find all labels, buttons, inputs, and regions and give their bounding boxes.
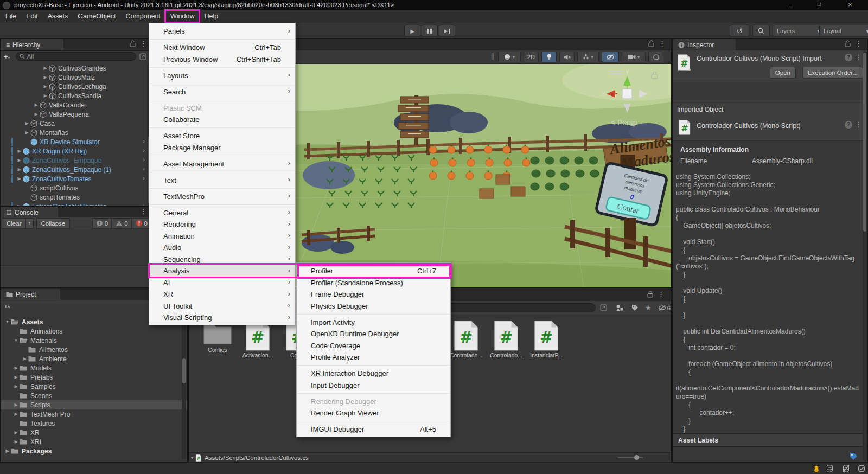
hierarchy-item-cultivossandia[interactable]: ▶CultivosSandia xyxy=(1,91,154,100)
lock-icon[interactable] xyxy=(647,291,653,298)
execution-order-button[interactable]: Execution Order... xyxy=(802,67,863,79)
component-menu-icon[interactable]: ⋮ xyxy=(855,121,862,128)
panel-menu-icon[interactable]: ⋮ xyxy=(140,208,147,215)
asset-activacion-[interactable]: #Activacion... xyxy=(238,321,278,358)
expand-arrow-icon[interactable]: ▶ xyxy=(16,149,23,153)
project-folder-ambiente[interactable]: ▶Ambiente xyxy=(1,354,187,363)
menubar-item-edit[interactable]: Edit xyxy=(22,11,42,22)
step-button[interactable]: ▶ xyxy=(439,25,455,37)
menubar-item-component[interactable]: Component xyxy=(121,11,165,22)
help-icon[interactable]: ? xyxy=(845,121,852,129)
inspector-scrollbar[interactable] xyxy=(863,51,867,461)
expand-arrow-icon[interactable]: ▶ xyxy=(42,75,49,80)
hidden-count-toggle[interactable]: 6 xyxy=(658,305,671,311)
hierarchy-item-letrerocontablettomates[interactable]: ▶LetreroConTabletTomates› xyxy=(1,202,154,206)
create-button[interactable]: +▾ xyxy=(4,302,10,310)
panel-menu-icon[interactable]: ⋮ xyxy=(855,40,862,47)
project-folder-materials[interactable]: ▼Materials xyxy=(1,336,187,345)
menu-item-asset-management[interactable]: Asset Management› xyxy=(149,158,295,170)
menu-item-panels[interactable]: Panels› xyxy=(149,25,295,37)
play-button[interactable]: ▶ xyxy=(404,25,420,37)
tab-project[interactable]: Project xyxy=(1,289,60,300)
project-folder-samples[interactable]: ▶Samples xyxy=(1,382,187,391)
expand-arrow-icon[interactable]: ▶ xyxy=(42,84,49,89)
expand-arrow-icon[interactable]: ▶ xyxy=(23,121,30,126)
menubar-item-file[interactable]: File xyxy=(1,11,21,22)
menu-item-imgui-debugger[interactable]: IMGUI DebuggerAlt+5 xyxy=(297,424,450,435)
thumbnail-size-slider[interactable] xyxy=(618,457,643,458)
cache-server-disabled-icon[interactable] xyxy=(843,465,850,472)
menu-item-openxr-runtime-debugger[interactable]: OpenXR Runtime Debugger xyxy=(297,328,450,340)
effects-dropdown[interactable]: ▾ xyxy=(577,52,599,62)
layout-dropdown[interactable]: Layout▾ xyxy=(819,25,868,37)
menu-item-text[interactable]: Text› xyxy=(149,174,295,186)
lock-icon[interactable] xyxy=(648,40,654,47)
console-info-badge[interactable]: 0 xyxy=(92,218,112,229)
shading-mode-dropdown[interactable]: ▾ xyxy=(498,52,521,62)
project-folder-textmesh-pro[interactable]: ▶TextMesh Pro xyxy=(1,409,187,419)
open-button[interactable]: Open xyxy=(770,67,796,79)
expand-arrow-icon[interactable]: ▶ xyxy=(12,430,20,435)
toolbar-drag-handle[interactable]: ‖ xyxy=(490,52,494,62)
hierarchy-item-zonacultivos-empaque-1-[interactable]: ▶ZonaCultivos_Empaque (1)› xyxy=(1,165,154,174)
expand-arrow-icon[interactable]: ▶ xyxy=(16,167,23,172)
code-optimization-check-icon[interactable] xyxy=(858,465,865,472)
menu-item-next-window[interactable]: Next WindowCtrl+Tab xyxy=(149,42,295,54)
project-folder-xri[interactable]: ▶XRI xyxy=(1,437,187,446)
menu-item-xr-interaction-debugger[interactable]: XR Interaction Debugger xyxy=(297,368,450,380)
asset-configs[interactable]: Configs xyxy=(197,321,238,353)
menubar-item-assets[interactable]: Assets xyxy=(43,11,73,22)
hierarchy-item-xr-origin-xr-rig-[interactable]: ▶XR Origin (XR Rig)› xyxy=(1,146,154,156)
hierarchy-item-cultivosmaiz[interactable]: ▶CultivosMaiz xyxy=(1,73,154,82)
menu-item-profile-analyzer[interactable]: Profile Analyzer xyxy=(297,351,450,363)
panel-menu-icon[interactable]: ⋮ xyxy=(659,40,666,47)
menu-item-profiler-standalone-process-[interactable]: Profiler (Standalone Process) xyxy=(297,277,450,289)
prefab-chevron-icon[interactable]: › xyxy=(143,147,145,153)
expand-arrow-icon[interactable]: ▶ xyxy=(12,366,20,370)
hierarchy-item-casa[interactable]: ▶Casa xyxy=(1,119,154,128)
layers-dropdown[interactable]: Layers▾ xyxy=(773,25,825,37)
menu-item-collaborate[interactable]: Collaborate xyxy=(149,114,295,126)
expand-arrow-icon[interactable]: ▶ xyxy=(21,356,28,361)
expand-arrow-icon[interactable]: ▶ xyxy=(16,204,23,206)
hierarchy-item-vallagrande[interactable]: ▶VallaGrande xyxy=(1,100,154,110)
menu-item-frame-debugger[interactable]: Frame Debugger xyxy=(297,289,450,300)
cache-server-icon[interactable] xyxy=(826,465,833,472)
hierarchy-item-monta-as[interactable]: ▶Montañas xyxy=(1,128,154,137)
maximize-button[interactable]: □ xyxy=(811,1,827,7)
menu-item-import-activity[interactable]: Import Activity xyxy=(297,316,450,328)
menu-item-physics-debugger[interactable]: Physics Debugger xyxy=(297,300,450,312)
menu-item-visual-scripting[interactable]: Visual Scripting› xyxy=(149,312,295,324)
expand-arrow-icon[interactable]: ▶ xyxy=(42,66,49,71)
hierarchy-item-zonacultivos-empaque[interactable]: ▶ZonaCultivos_Empaque› xyxy=(1,156,154,165)
menu-item-animation[interactable]: Animation› xyxy=(149,230,295,242)
expand-arrow-icon[interactable]: ▶ xyxy=(33,103,40,107)
search-input[interactable]: All xyxy=(16,52,136,61)
tab-console[interactable]: Console xyxy=(1,207,58,217)
clear-button[interactable]: Clear xyxy=(2,218,25,229)
hierarchy-item-zonacultivotomates[interactable]: ▶ZonaCultivoTomates› xyxy=(1,174,154,183)
menu-item-textmeshpro[interactable]: TextMeshPro› xyxy=(149,190,295,202)
menu-item-general[interactable]: General› xyxy=(149,207,295,219)
menubar-item-window[interactable]: Window xyxy=(166,11,199,22)
console-warning-badge[interactable]: 0 xyxy=(112,218,131,229)
component-tools-button[interactable] xyxy=(648,52,663,62)
clear-dropdown[interactable]: ▾ xyxy=(25,218,33,229)
expand-arrow-icon[interactable]: ▶ xyxy=(33,112,40,117)
hierarchy-item-xr-device-simulator[interactable]: XR Device Simulator› xyxy=(1,137,154,146)
project-folder-xr[interactable]: ▶XR xyxy=(1,428,187,437)
project-folder-models[interactable]: ▶Models xyxy=(1,363,187,373)
asset-controlado-[interactable]: #Controlado... xyxy=(486,321,526,358)
menubar-item-gameobject[interactable]: GameObject xyxy=(73,11,120,22)
expand-arrow-icon[interactable]: ▶ xyxy=(12,384,20,389)
asset-instanciarp-[interactable]: #InstanciarP... xyxy=(526,321,566,358)
expand-arrow-icon[interactable]: ▶ xyxy=(16,158,23,163)
menu-item-asset-store[interactable]: Asset Store xyxy=(149,130,295,142)
tab-inspector[interactable]: Inspector xyxy=(673,39,736,50)
expand-arrow-icon[interactable]: ▶ xyxy=(12,402,20,407)
prefab-chevron-icon[interactable]: › xyxy=(143,138,145,144)
lighting-toggle[interactable] xyxy=(541,52,557,62)
expand-arrow-icon[interactable]: ▼ xyxy=(4,319,11,324)
scene-visibility-toggle[interactable] xyxy=(602,52,619,62)
help-icon[interactable]: ? xyxy=(845,54,852,61)
